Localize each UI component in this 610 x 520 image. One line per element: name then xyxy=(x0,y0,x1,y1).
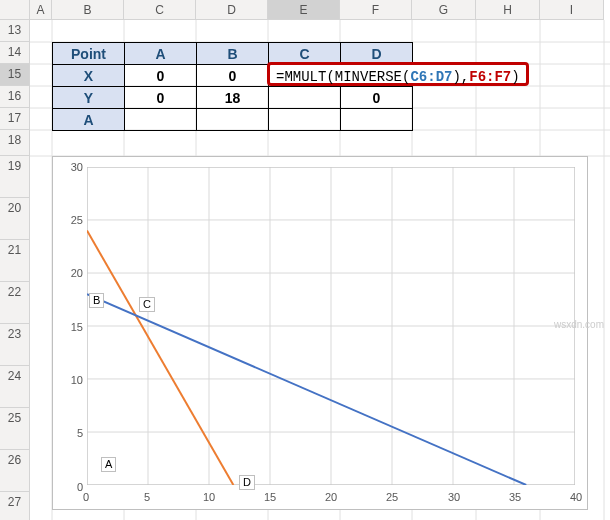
xtick-30: 30 xyxy=(448,491,460,503)
cell-C15[interactable]: 0 xyxy=(125,65,197,87)
point-label-A[interactable]: A xyxy=(101,457,116,472)
row-header-27[interactable]: 27 xyxy=(0,492,30,520)
row-header-16[interactable]: 16 xyxy=(0,86,30,108)
column-headers: A B C D E F G H I xyxy=(0,0,610,20)
col-header-A[interactable]: A xyxy=(30,0,52,20)
col-header-B[interactable]: B xyxy=(52,0,124,20)
row-header-22[interactable]: 22 xyxy=(0,282,30,324)
col-header-D[interactable]: D xyxy=(196,0,268,20)
formula-ref1: C6:D7 xyxy=(410,69,452,85)
cell-E17[interactable] xyxy=(269,109,341,131)
formula-fn-suf: ) xyxy=(511,69,519,85)
th-point[interactable]: Point xyxy=(53,43,125,65)
col-header-G[interactable]: G xyxy=(412,0,476,20)
cell-F17[interactable] xyxy=(341,109,413,131)
row-header-23[interactable]: 23 xyxy=(0,324,30,366)
cell-D17[interactable] xyxy=(197,109,269,131)
formula-fn-mid: ), xyxy=(452,69,469,85)
cell-C16[interactable]: 0 xyxy=(125,87,197,109)
xtick-10: 10 xyxy=(203,491,215,503)
col-header-H[interactable]: H xyxy=(476,0,540,20)
ytick-15: 15 xyxy=(63,321,83,333)
xtick-15: 15 xyxy=(264,491,276,503)
ytick-30: 30 xyxy=(63,161,83,173)
select-all-corner[interactable] xyxy=(0,0,30,20)
watermark: wsxdn.com xyxy=(554,319,604,330)
col-header-F[interactable]: F xyxy=(340,0,412,20)
cell-D16[interactable]: 18 xyxy=(197,87,269,109)
xtick-35: 35 xyxy=(509,491,521,503)
col-header-E[interactable]: E xyxy=(268,0,340,20)
cell-D15[interactable]: 0 xyxy=(197,65,269,87)
row-headers: 13 14 15 16 17 18 19 20 21 22 23 24 25 2… xyxy=(0,20,30,520)
formula-fn-pre: =MMULT(MINVERSE( xyxy=(276,69,410,85)
plot-area[interactable]: 30 25 20 15 10 5 0 0 5 10 15 20 25 30 35… xyxy=(87,167,575,485)
point-label-D[interactable]: D xyxy=(239,475,255,490)
row-header-18[interactable]: 18 xyxy=(0,130,30,156)
ytick-20: 20 xyxy=(63,267,83,279)
row-header-20[interactable]: 20 xyxy=(0,198,30,240)
formula-ref2: F6:F7 xyxy=(469,69,511,85)
col-header-I[interactable]: I xyxy=(540,0,604,20)
series-c-line[interactable] xyxy=(87,231,233,485)
col-header-C[interactable]: C xyxy=(124,0,196,20)
cell-grid[interactable]: Point A B C D X 0 0 Y 0 18 0 A xyxy=(30,20,610,520)
row-header-21[interactable]: 21 xyxy=(0,240,30,282)
row-header-17[interactable]: 17 xyxy=(0,108,30,130)
th-B[interactable]: B xyxy=(197,43,269,65)
xtick-20: 20 xyxy=(325,491,337,503)
th-A[interactable]: A xyxy=(125,43,197,65)
row-header-13[interactable]: 13 xyxy=(0,20,30,42)
ytick-25: 25 xyxy=(63,214,83,226)
row-header-26[interactable]: 26 xyxy=(0,450,30,492)
xtick-25: 25 xyxy=(386,491,398,503)
row-header-15[interactable]: 15 xyxy=(0,64,30,86)
formula-callout: =MMULT(MINVERSE(C6:D7),F6:F7) xyxy=(267,62,529,86)
row-header-14[interactable]: 14 xyxy=(0,42,30,64)
cell-C17[interactable] xyxy=(125,109,197,131)
point-label-B[interactable]: B xyxy=(89,293,104,308)
row-header-24[interactable]: 24 xyxy=(0,366,30,408)
row-label-Y[interactable]: Y xyxy=(53,87,125,109)
series-d-line[interactable] xyxy=(87,294,526,485)
chart[interactable]: 30 25 20 15 10 5 0 0 5 10 15 20 25 30 35… xyxy=(52,156,588,510)
xtick-5: 5 xyxy=(144,491,150,503)
ytick-0: 0 xyxy=(63,481,83,493)
xtick-40: 40 xyxy=(570,491,582,503)
point-label-C[interactable]: C xyxy=(139,297,155,312)
row-header-19[interactable]: 19 xyxy=(0,156,30,198)
row-header-25[interactable]: 25 xyxy=(0,408,30,450)
row-label-X[interactable]: X xyxy=(53,65,125,87)
xtick-0: 0 xyxy=(83,491,89,503)
ytick-5: 5 xyxy=(63,427,83,439)
ytick-10: 10 xyxy=(63,374,83,386)
row-label-A[interactable]: A xyxy=(53,109,125,131)
cell-E16[interactable] xyxy=(269,87,341,109)
cell-F16[interactable]: 0 xyxy=(341,87,413,109)
